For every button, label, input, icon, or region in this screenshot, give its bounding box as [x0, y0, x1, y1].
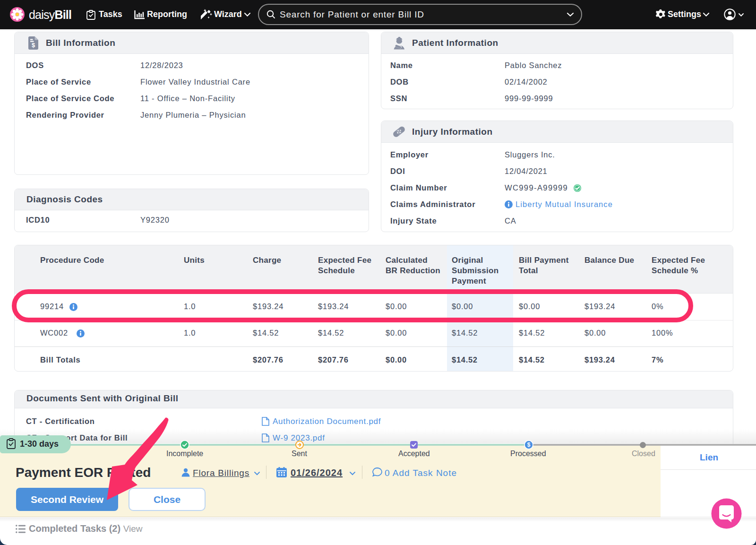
- svg-text:$: $: [527, 441, 531, 448]
- svg-text:$: $: [32, 42, 35, 49]
